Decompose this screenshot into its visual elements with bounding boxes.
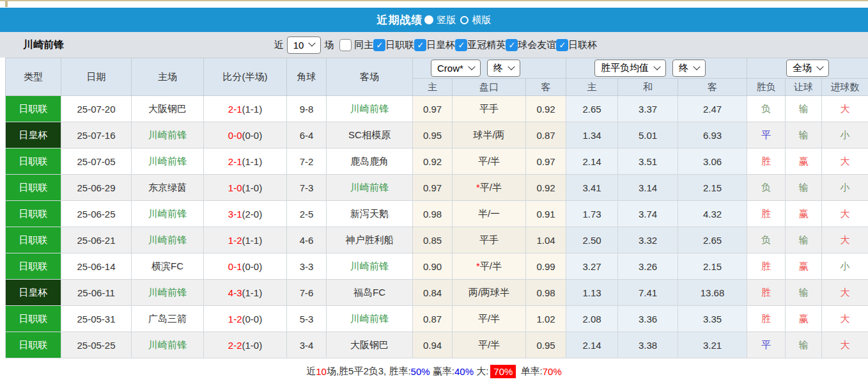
handicap-result-cell: 输 — [786, 227, 822, 253]
competition-cell: 日皇杯 — [6, 122, 61, 148]
handicap-result-cell: 输 — [786, 280, 822, 306]
result-cell: 胜 — [747, 201, 786, 227]
scope-select[interactable]: 全场 — [786, 60, 829, 77]
table-row: 日职联25-06-25川崎前锋3-1(2-0)2-5新泻天鹅0.98半/一0.9… — [6, 201, 868, 227]
same-home-filter[interactable]: 同主 — [337, 39, 373, 51]
handicap-home-odds-cell: 0.92 — [413, 148, 453, 175]
competition-cell: 日职联 — [6, 148, 61, 175]
radio-label: 横版 — [472, 14, 492, 26]
avg-draw-odds-cell: 3.26 — [618, 253, 678, 280]
results-table: 类型 日期 主场 比分(半场) 角球 客场 Crow* 终 — [5, 58, 868, 358]
handicap-line: 两/两球半 — [469, 287, 509, 298]
scope-select-cell: 全场 — [747, 58, 868, 79]
layout-option-vertical[interactable]: 竖版 — [427, 14, 456, 26]
corners-cell: 7-2 — [287, 148, 327, 175]
handicap-result-cell: 输 — [786, 122, 822, 148]
summary-footer: 近10场,胜5平2负3, 胜率:50% 赢率:40% 大:70% 单率:70% — [0, 358, 868, 384]
filter-label: 日皇杯 — [426, 39, 455, 51]
home-team-cell: 广岛三箭 — [132, 306, 204, 332]
date-cell: 25-06-11 — [61, 280, 132, 306]
checkbox-icon[interactable]: ✓ — [455, 39, 467, 51]
layout-option-horizontal[interactable]: 横版 — [460, 14, 492, 26]
competition-cell: 日职联 — [6, 306, 61, 332]
date-cell: 25-05-25 — [61, 332, 132, 358]
table-header-row: 类型 日期 主场 比分(半场) 角球 客场 Crow* 终 — [6, 58, 868, 79]
summary-part-red: 10 — [316, 366, 327, 377]
table-row: 日职联25-05-31广岛三箭1-2(0-0)5-3川崎前锋0.87平/半1.0… — [6, 306, 868, 332]
col-score: 比分(半场) — [204, 58, 287, 96]
match-count-select[interactable]: 10 — [287, 36, 322, 54]
table-row: 日职联25-06-14横滨FC0-1(0-0)3-3川崎前锋0.90*平/半0.… — [6, 253, 868, 280]
corners-cell: 4-6 — [287, 227, 327, 253]
checkbox-icon[interactable]: ✓ — [414, 39, 426, 51]
table-row: 日皇杯25-07-16川崎前锋0-0(0-0)6-4SC相模原0.95球半/两0… — [6, 122, 868, 148]
table-row: 日职联25-06-21川崎前锋1-2(1-1)4-6神户胜利船0.85平手1.0… — [6, 227, 868, 253]
filter-球会友谊[interactable]: ✓球会友谊 — [506, 39, 556, 51]
checkbox-icon[interactable] — [339, 39, 352, 51]
score-cell: 0-0(0-0) — [204, 122, 287, 148]
away-team-cell: 大阪钢巴 — [327, 332, 413, 358]
handicap-home-odds-cell: 0.87 — [413, 306, 453, 332]
competition-cell: 日职联 — [6, 253, 61, 280]
col-home: 主场 — [132, 58, 204, 96]
table-row: 日皇杯25-06-11川崎前锋4-3(1-1)7-6福岛FC0.84两/两球半0… — [6, 280, 868, 306]
checkbox-icon[interactable]: ✓ — [506, 39, 518, 51]
avg-home-odds-cell: 2.65 — [566, 96, 618, 122]
layout-radio-group: 竖版横版 — [423, 14, 492, 26]
handicap-home-odds-cell: 0.97 — [413, 175, 453, 201]
handicap-line-cell: 平/半 — [453, 332, 526, 358]
goals-result-cell: 大 — [822, 332, 868, 358]
checkbox-icon[interactable]: ✓ — [373, 39, 385, 51]
subcol-2: 客 — [526, 79, 566, 96]
avg-away-odds-cell: 13.68 — [678, 280, 747, 306]
corners-cell: 6-4 — [287, 122, 327, 148]
avg-odds-select[interactable]: 胜平负均值 — [594, 60, 666, 77]
goals-result-cell: 大 — [822, 280, 868, 306]
handicap-line: 平手 — [479, 103, 499, 114]
handicap-select-cell: Crow* 终 — [413, 58, 566, 79]
toolbar-controls: 近 10 场 同主 ✓日职联✓日皇杯✓亚冠精英✓球会友谊✓日联杯 — [271, 36, 598, 54]
filter-亚冠精英[interactable]: ✓亚冠精英 — [455, 39, 506, 51]
handicap-time-value: 终 — [493, 62, 503, 74]
avg-draw-odds-cell: 3.51 — [618, 148, 678, 175]
score-cell: 1-2(0-0) — [204, 306, 287, 332]
score-fulltime: 1-2 — [228, 235, 242, 246]
filter-checkbox-group: ✓日职联✓日皇杯✓亚冠精英✓球会友谊✓日联杯 — [373, 39, 597, 51]
avg-time-select[interactable]: 终 — [672, 60, 706, 77]
filter-日联杯[interactable]: ✓日联杯 — [556, 39, 597, 51]
handicap-home-odds-cell: 0.98 — [413, 201, 453, 227]
result-cell: 胜 — [747, 253, 786, 280]
avg-draw-odds-cell: 3.38 — [618, 332, 678, 358]
table-row: 日职联25-07-20大阪钢巴2-1(1-1)9-8川崎前锋0.97平手0.92… — [6, 96, 868, 122]
handicap-time-select[interactable]: 终 — [487, 60, 520, 77]
handicap-result-cell: 赢 — [786, 306, 822, 332]
subcol-5: 客 — [678, 79, 747, 96]
subcol-0: 主 — [413, 79, 453, 96]
home-team-cell: 川崎前锋 — [132, 148, 204, 175]
goals-result-cell: 大 — [822, 96, 868, 122]
bookmaker-select[interactable]: Crow* — [431, 60, 481, 77]
corners-cell: 3-4 — [287, 332, 327, 358]
filter-日职联[interactable]: ✓日职联 — [373, 39, 414, 51]
avg-away-odds-cell: 2.47 — [678, 96, 747, 122]
handicap-result-cell: 输 — [786, 96, 822, 122]
subcol-6: 胜负 — [747, 79, 786, 96]
radio-icon[interactable] — [424, 15, 433, 24]
handicap-line-cell: 平/半 — [453, 306, 526, 332]
panel-title: 近期战绩 — [377, 13, 423, 28]
handicap-away-odds-cell: 0.99 — [526, 253, 566, 280]
handicap-line-cell: 平/半 — [453, 148, 526, 175]
avg-home-odds-cell: 1.13 — [566, 280, 618, 306]
chevron-down-icon — [309, 40, 316, 47]
handicap-line: 平/半 — [478, 339, 500, 350]
subcol-4: 和 — [618, 79, 678, 96]
radio-icon[interactable] — [460, 16, 469, 24]
filter-日皇杯[interactable]: ✓日皇杯 — [414, 39, 455, 51]
summary-part-badge: 70% — [490, 365, 516, 378]
handicap-line-cell: 半/一 — [453, 201, 526, 227]
date-cell: 25-06-29 — [61, 175, 132, 201]
checkbox-icon[interactable]: ✓ — [556, 39, 568, 51]
near-label: 近 — [274, 39, 284, 51]
competition-cell: 日职联 — [6, 96, 61, 122]
handicap-line: 平/半 — [478, 156, 500, 166]
